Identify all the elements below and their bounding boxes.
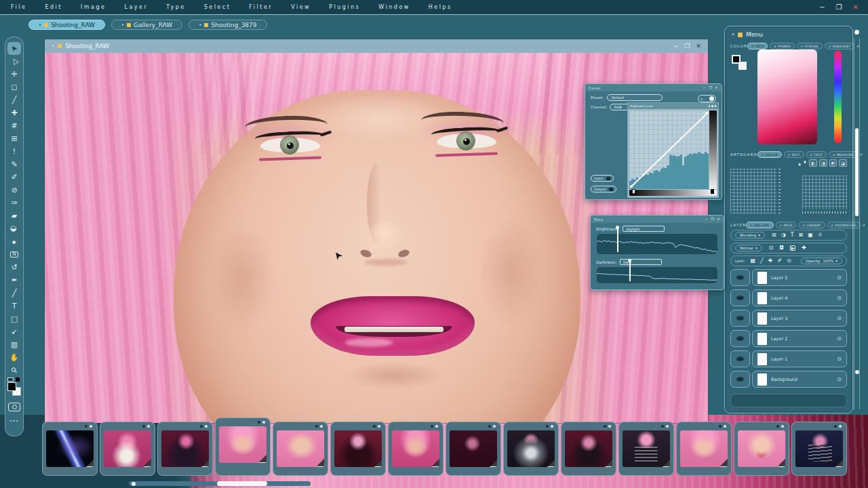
library-tool[interactable]: ▥ [7,338,21,351]
lock-icon[interactable]: ⊙ [837,376,842,382]
foreground-swatch[interactable] [732,55,741,64]
filmstrip-thumb-8[interactable] [446,422,501,476]
artboard-tab-text[interactable]: ✐TEXT [806,151,827,158]
filmstrip-scrollbar[interactable] [129,481,311,486]
scrollbar-track[interactable] [854,38,860,409]
curve-point-high[interactable] [705,112,708,115]
filmstrip-thumb-7[interactable] [388,422,443,476]
menu-item-filter[interactable]: Filter [249,4,273,10]
artboard-tab-edit[interactable]: ✐EDIT [784,151,804,158]
visibility-toggle[interactable] [730,350,750,367]
maximize-icon[interactable]: ❐ [684,43,690,49]
maximize-icon[interactable]: ❐ [711,218,714,221]
color-tab-stroke[interactable]: ✐STROKE [797,43,823,49]
menu-item-select[interactable]: Select [204,4,231,10]
minimize-icon[interactable]: − [819,4,825,11]
menu-item-type[interactable]: Type [166,4,185,10]
align-right-icon[interactable]: ◨ [819,159,827,167]
foreground-color[interactable] [7,382,16,391]
distribute-h-icon[interactable]: ▖ [799,161,802,165]
color-swatches[interactable] [7,381,21,399]
blur-tool[interactable]: ◑ [7,222,21,235]
layer-tab-library[interactable]: ✐LIBRARY [798,222,825,228]
max-dot-icon[interactable] [711,105,713,107]
curve-mode-toggle[interactable]: ∿ [698,95,716,102]
layer-body[interactable]: Layer 2 ⊙ [752,330,847,347]
filmstrip-thumb-12[interactable] [676,422,732,476]
filmstrip-thumb-5[interactable] [273,422,328,476]
input-field[interactable]: Input: [591,175,614,182]
distribute-v-icon[interactable]: ▘ [804,161,808,165]
scrollbar-thumb[interactable] [855,128,859,216]
darkness-waveform[interactable] [596,266,718,284]
image-layer-icon[interactable]: ▣ [808,232,813,238]
visibility-toggle[interactable] [730,371,750,388]
filmstrip-thumb-2[interactable] [100,422,155,476]
maximize-icon[interactable]: ❐ [709,86,712,89]
align-top-icon[interactable]: ◩ [829,159,837,167]
layer-body[interactable]: Layer 3 ⊙ [752,310,847,327]
crop-tool[interactable]: # [7,119,21,132]
menu-panel-header[interactable]: • Menu [725,26,852,38]
move-pointer-tool[interactable]: ➤ [7,42,21,55]
tab-shooting_raw[interactable]: • Shooting_RAW [28,20,105,30]
direct-select-tool[interactable]: ▷ [7,55,21,68]
lock-all-icon[interactable]: ⊙ [787,258,791,264]
filmstrip-thumb-11[interactable] [618,422,674,476]
tone-titlebar[interactable]: Tone −❐✕ [591,216,724,223]
minimize-icon[interactable]: − [673,43,679,49]
filmstrip-thumb-1[interactable] [42,422,98,476]
opacity-dropdown[interactable]: Opacity: 100% ▾ [801,258,842,264]
lock-grid-icon[interactable]: ▦ [750,258,755,264]
curve-point-low[interactable] [630,185,633,188]
scrollbar-bottom-dot[interactable] [855,370,859,374]
curve-plot[interactable] [629,110,709,189]
shape-tool[interactable]: □ [7,312,21,325]
link-layers-icon[interactable]: ⊞ [772,232,776,238]
menu-item-file[interactable]: File [11,4,26,10]
transform-icon[interactable]: ⊠ [799,232,804,238]
filmstrip-thumb-4[interactable] [215,418,271,476]
layer-row[interactable]: Layer 1 ⊙ [730,350,847,367]
slice-tool[interactable]: ⊞ [7,132,21,145]
menu-item-edit[interactable]: Edit [45,4,62,10]
hand-tool[interactable]: ✋ [7,351,21,364]
color-tab-power[interactable]: ✐POWER [770,43,794,49]
layer-row[interactable]: Layer 3 ⊙ [730,310,847,327]
layer-row[interactable]: Layer 2 ⊙ [730,330,847,347]
artboard-grid-right[interactable] [802,176,847,209]
minimize-icon[interactable]: − [705,218,709,221]
scrollbar-top-dot[interactable] [854,30,859,35]
brush-tool[interactable]: ✎ [7,158,21,171]
measure-tool[interactable]: ! [7,145,21,158]
artboard-grid-left[interactable] [730,169,776,214]
visibility-toggle[interactable] [730,289,750,306]
text-layer-icon[interactable]: T [791,232,794,238]
darkness-playhead[interactable] [629,261,631,281]
highlight-slider[interactable] [711,189,714,194]
close-icon[interactable]: ✕ [717,218,720,221]
marquee-tool[interactable]: ◻ [7,81,21,94]
menu-item-layer[interactable]: Layer [124,4,148,10]
layer-tab-gallery[interactable]: ✐GALLERY [746,222,774,228]
layer-body[interactable]: Layer 5 ⊙ [752,269,847,286]
layer-row[interactable]: Layer 4 ⊙ [730,289,847,306]
close-icon[interactable]: ✕ [853,4,859,11]
lock-pen-icon[interactable]: ✐ [778,258,783,264]
right-scrollbar[interactable] [854,30,860,409]
tab-gallery_raw[interactable]: • Gallery_RAW [111,20,182,30]
eraser-tool[interactable]: ▰ [7,209,21,222]
eyedropper-tool[interactable]: ✒ [7,274,21,287]
align-left-icon[interactable]: ◧ [809,159,817,167]
preset-select[interactable]: Default [607,94,663,101]
lock-icon[interactable]: ⊙ [837,315,842,321]
tab-shooting_3879[interactable]: • Shooting_3879 [189,20,267,30]
layer-tab-path[interactable]: ✐PATH [776,222,797,228]
maximize-icon[interactable]: ❐ [836,4,842,11]
healing-tool[interactable]: ➹ [7,325,21,338]
min-dot-icon[interactable] [709,105,711,107]
clone-ban-tool[interactable]: ⊘ [7,184,21,197]
camera-layer-icon[interactable]: ⊡ [769,245,774,251]
move-cross-tool[interactable]: ✚ [7,106,21,119]
artboard-tab-group[interactable]: ✐GROUP [757,151,782,158]
